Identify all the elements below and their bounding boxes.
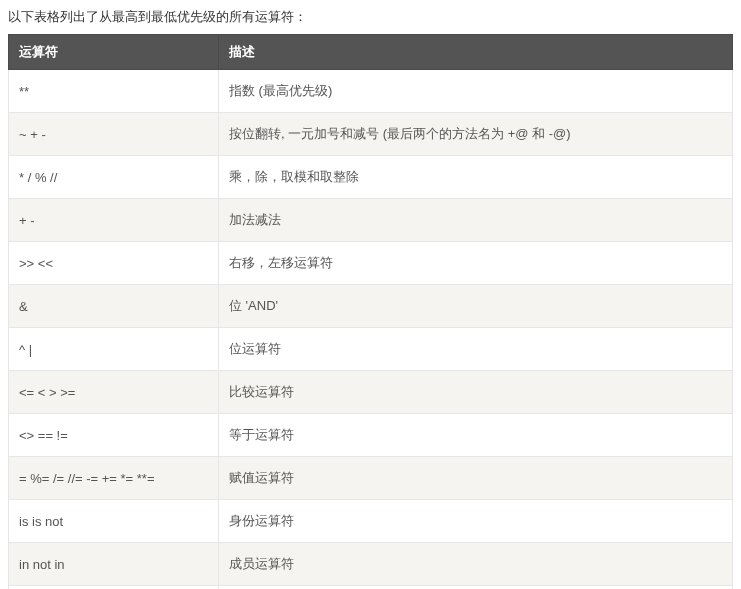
table-row: * / % //乘，除，取模和取整除 [9, 156, 733, 199]
table-row: ^ |位运算符 [9, 328, 733, 371]
cell-operator: <= < > >= [9, 371, 219, 414]
cell-operator: <> == != [9, 414, 219, 457]
cell-operator: + - [9, 199, 219, 242]
cell-description: 按位翻转, 一元加号和减号 (最后两个的方法名为 +@ 和 -@) [219, 113, 733, 156]
table-row: = %= /= //= -= += *= **=赋值运算符 [9, 457, 733, 500]
cell-operator: in not in [9, 543, 219, 586]
header-operator: 运算符 [9, 35, 219, 70]
cell-operator: ^ | [9, 328, 219, 371]
cell-description: 成员运算符 [219, 543, 733, 586]
cell-description: 身份运算符 [219, 500, 733, 543]
cell-operator: is is not [9, 500, 219, 543]
header-description: 描述 [219, 35, 733, 70]
cell-operator: not or and [9, 586, 219, 590]
cell-description: 右移，左移运算符 [219, 242, 733, 285]
table-row: + -加法减法 [9, 199, 733, 242]
table-row: &位 'AND' [9, 285, 733, 328]
cell-description: 赋值运算符 [219, 457, 733, 500]
cell-operator: = %= /= //= -= += *= **= [9, 457, 219, 500]
table-row: <> == !=等于运算符 [9, 414, 733, 457]
table-row: ~ + -按位翻转, 一元加号和减号 (最后两个的方法名为 +@ 和 -@) [9, 113, 733, 156]
table-row: <= < > >=比较运算符 [9, 371, 733, 414]
cell-operator: * / % // [9, 156, 219, 199]
table-row: is is not身份运算符 [9, 500, 733, 543]
cell-description: 加法减法 [219, 199, 733, 242]
cell-description: 乘，除，取模和取整除 [219, 156, 733, 199]
intro-text: 以下表格列出了从最高到最低优先级的所有运算符： [8, 8, 733, 26]
cell-description: 等于运算符 [219, 414, 733, 457]
cell-operator: ** [9, 70, 219, 113]
table-row: not or and逻辑运算符 [9, 586, 733, 590]
table-row: in not in成员运算符 [9, 543, 733, 586]
cell-description: 逻辑运算符 [219, 586, 733, 590]
cell-operator: >> << [9, 242, 219, 285]
cell-description: 指数 (最高优先级) [219, 70, 733, 113]
cell-description: 比较运算符 [219, 371, 733, 414]
table-header-row: 运算符 描述 [9, 35, 733, 70]
operator-precedence-table: 运算符 描述 **指数 (最高优先级)~ + -按位翻转, 一元加号和减号 (最… [8, 34, 733, 589]
cell-description: 位运算符 [219, 328, 733, 371]
cell-operator: & [9, 285, 219, 328]
table-row: **指数 (最高优先级) [9, 70, 733, 113]
cell-operator: ~ + - [9, 113, 219, 156]
cell-description: 位 'AND' [219, 285, 733, 328]
table-row: >> <<右移，左移运算符 [9, 242, 733, 285]
